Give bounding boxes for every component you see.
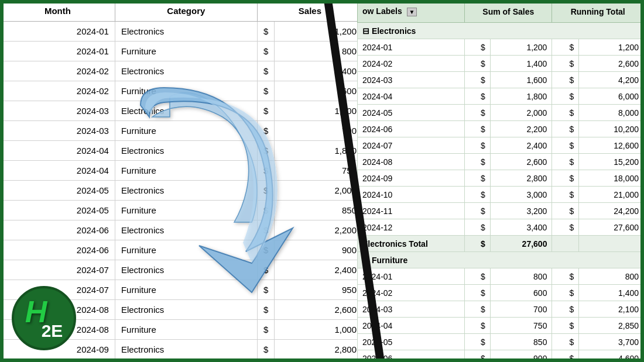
running-dollar-cell: $ [552, 285, 579, 301]
dollar-cell: $ [257, 121, 274, 141]
dollar-cell: $ [257, 101, 274, 121]
sales-value-cell: 750 [490, 318, 552, 334]
sales-dollar-cell: $ [465, 187, 491, 203]
month-cell: 2024-05 [1, 181, 115, 201]
pivot-row: 2024-03 $ 700 $ 2,100 [358, 301, 644, 318]
category-cell: Electronics [115, 22, 257, 42]
sales-value-cell: 3,400 [490, 219, 552, 236]
month-cell: 2024-05 [1, 201, 115, 220]
sales-value-cell: 2,400 [490, 137, 552, 154]
amount-cell: 2,600 [275, 300, 363, 320]
sales-value-cell: 600 [490, 285, 552, 301]
running-dollar-cell: $ [552, 154, 579, 170]
pivot-row: 2024-02 $ 600 $ 1,400 [358, 285, 644, 301]
total-running-value [579, 236, 644, 252]
dollar-cell: $ [257, 280, 274, 300]
pivot-row: 2024-05 $ 850 $ 3,700 [358, 334, 644, 350]
table-row: 2024-03 Furniture $ 700 [1, 121, 363, 141]
sales-dollar-cell: $ [465, 39, 491, 56]
pivot-month-cell: 2024-04 [358, 318, 465, 334]
running-value-cell: 15,200 [579, 154, 644, 170]
pivot-row: 2024-04 $ 750 $ 2,850 [358, 318, 644, 334]
category-cell: Furniture [115, 240, 257, 260]
pivot-month-cell: 2024-02 [358, 56, 465, 72]
row-labels-header: ow Labels ▼ [358, 1, 465, 23]
dollar-cell: $ [257, 240, 274, 260]
sales-value-cell: 3,000 [490, 187, 552, 203]
pivot-month-cell: 2024-03 [358, 301, 465, 318]
amount-cell: 2,400 [275, 260, 363, 280]
running-dollar-cell: $ [552, 121, 579, 137]
pivot-month-cell: 2024-05 [358, 105, 465, 121]
amount-cell: 1,200 [275, 22, 363, 42]
running-dollar-cell: $ [552, 334, 579, 350]
running-value-cell: 21,000 [579, 187, 644, 203]
table-row: 2024-03 Electronics $ 1,600 [1, 101, 363, 121]
table-row: 2024-05 Furniture $ 850 [1, 201, 363, 220]
category-cell: Furniture [115, 161, 257, 181]
sales-header: Sales [257, 1, 362, 22]
pivot-month-cell: 2024-03 [358, 72, 465, 88]
amount-cell: 2,800 [275, 340, 363, 360]
running-value-cell: 800 [579, 268, 644, 285]
sales-dollar-cell: $ [465, 285, 491, 301]
amount-cell: 1,000 [275, 320, 363, 340]
table-row: 2024-01 Electronics $ 1,200 [1, 22, 363, 42]
running-dollar-cell: $ [552, 219, 579, 236]
category-cell: Electronics [115, 220, 257, 240]
sales-value-cell: 2,200 [490, 121, 552, 137]
amount-cell: 600 [275, 81, 363, 101]
table-row: 2024-07 Electronics $ 2,400 [1, 260, 363, 280]
sales-dollar-cell: $ [465, 170, 491, 187]
table-row: 2024-06 Electronics $ 2,200 [1, 220, 363, 240]
running-value-cell: 2,850 [579, 318, 644, 334]
running-value-cell: 3,700 [579, 334, 644, 350]
amount-cell: 750 [275, 161, 363, 181]
amount-cell: 1,600 [275, 101, 363, 121]
running-value-cell: 10,200 [579, 121, 644, 137]
sales-value-cell: 900 [490, 350, 552, 363]
category-cell: Electronics [115, 181, 257, 201]
table-row: 2024-04 Furniture $ 750 [1, 161, 363, 181]
pivot-row: 2024-06 $ 2,200 $ 10,200 [358, 121, 644, 137]
running-value-cell: 8,000 [579, 105, 644, 121]
running-value-cell: 4,600 [579, 350, 644, 363]
pivot-row: 2024-01 $ 800 $ 800 [358, 268, 644, 285]
table-row: 2024-02 Furniture $ 600 [1, 81, 363, 101]
sales-dollar-cell: $ [465, 301, 491, 318]
running-dollar-cell: $ [552, 350, 579, 363]
category-cell: Electronics [115, 141, 257, 161]
amount-cell: 700 [275, 121, 363, 141]
filter-button[interactable]: ▼ [407, 8, 417, 16]
table-row: 2024-06 Furniture $ 900 [1, 240, 363, 260]
category-cell: Electronics [115, 101, 257, 121]
pivot-row: 2024-01 $ 1,200 $ 1,200 [358, 39, 644, 56]
sales-value-cell: 1,400 [490, 56, 552, 72]
pivot-month-cell: 2024-05 [358, 334, 465, 350]
pivot-row: 2024-09 $ 2,800 $ 18,000 [358, 170, 644, 187]
sales-value-cell: 1,200 [490, 39, 552, 56]
pivot-month-cell: 2024-06 [358, 121, 465, 137]
table-row: 2024-02 Electronics $ 1,400 [1, 61, 363, 81]
running-value-cell: 1,200 [579, 39, 644, 56]
pivot-month-cell: 2024-11 [358, 203, 465, 219]
amount-cell: 2,200 [275, 220, 363, 240]
dollar-cell: $ [257, 320, 274, 340]
category-cell: Electronics [115, 340, 257, 360]
sales-dollar-cell: $ [465, 334, 491, 350]
amount-cell: 900 [275, 240, 363, 260]
sales-dollar-cell: $ [465, 72, 491, 88]
running-dollar-cell: $ [552, 318, 579, 334]
dollar-cell: $ [257, 300, 274, 320]
running-dollar-cell: $ [552, 187, 579, 203]
sales-value-cell: 800 [490, 268, 552, 285]
sales-value-cell: 1,600 [490, 72, 552, 88]
month-cell: 2024-06 [1, 220, 115, 240]
sales-dollar-cell: $ [465, 121, 491, 137]
running-value-cell: 6,000 [579, 88, 644, 105]
furniture-group-header: ⊟ Furniture [358, 252, 644, 268]
dollar-cell: $ [257, 220, 274, 240]
pivot-row: 2024-04 $ 1,800 $ 6,000 [358, 88, 644, 105]
category-cell: Furniture [115, 81, 257, 101]
running-dollar-cell: $ [552, 56, 579, 72]
